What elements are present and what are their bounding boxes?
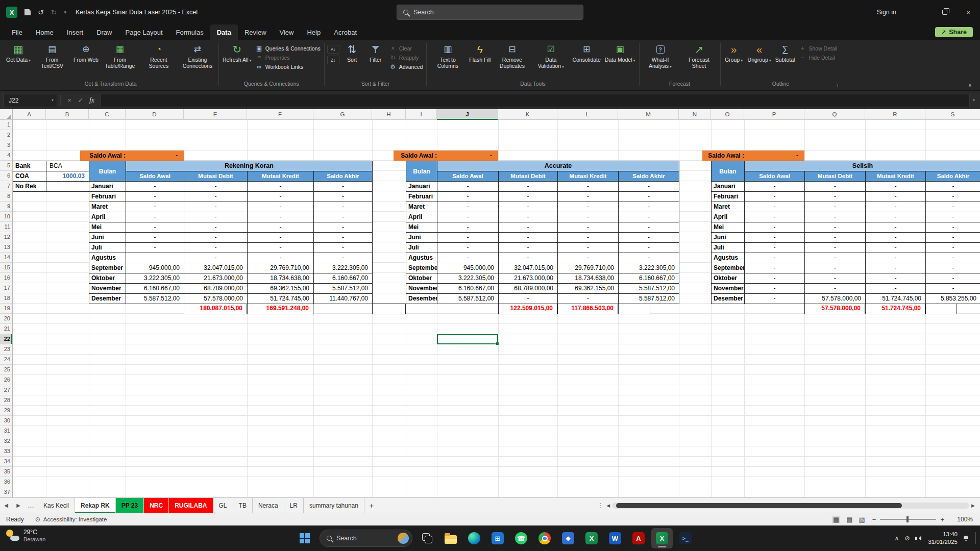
get-data-button[interactable]: ▦ Get Data▾ <box>4 42 33 63</box>
month-cell[interactable]: November <box>406 284 437 294</box>
bank-label-cell[interactable]: Bank <box>13 161 46 171</box>
row-header[interactable]: 7 <box>0 181 12 191</box>
cell-saldo-awal[interactable]: - <box>745 243 805 253</box>
month-cell[interactable]: Februari <box>406 192 437 202</box>
cell-saldo-akhir[interactable]: - <box>314 212 373 222</box>
cell-saldo-awal[interactable]: 5.587.512,00 <box>437 294 499 304</box>
cell-mutasi-debit[interactable]: - <box>499 253 558 263</box>
accessibility-status[interactable]: ⊙ Accessibility: Investigate <box>35 516 107 523</box>
row-header[interactable]: 4 <box>0 151 12 161</box>
zoom-in-button[interactable]: + <box>940 516 944 523</box>
flash-fill-button[interactable]: ϟ Flash Fill <box>467 42 493 63</box>
bulan-header-cell[interactable]: Bulan <box>89 161 126 182</box>
row-header[interactable]: 30 <box>0 416 12 426</box>
month-cell[interactable]: Maret <box>406 202 437 212</box>
sheet-tab[interactable]: Kas Kecil <box>38 498 75 513</box>
header-mutasi-kredit[interactable]: Mutasi Kredit <box>248 171 314 182</box>
cell-mutasi-kredit[interactable]: - <box>866 273 926 284</box>
sheet-tab[interactable]: summary tahunan <box>304 498 364 513</box>
cell-saldo-awal[interactable]: - <box>437 233 499 243</box>
cell-mutasi-debit[interactable]: - <box>184 253 248 263</box>
cell-mutasi-debit[interactable]: - <box>184 243 248 253</box>
cell-mutasi-debit[interactable]: - <box>499 182 558 192</box>
total-mutasi-kredit-selisih[interactable]: 51.724.745,00 <box>865 304 925 314</box>
ribbon-tab[interactable]: Formulas <box>169 24 210 40</box>
cell-saldo-akhir[interactable]: - <box>619 253 679 263</box>
view-page-layout-icon[interactable]: ▤ <box>846 516 852 523</box>
cell-mutasi-debit[interactable]: - <box>805 202 866 212</box>
row-header[interactable]: 27 <box>0 385 12 395</box>
cell-mutasi-debit[interactable]: - <box>184 212 248 222</box>
task-view-button[interactable] <box>416 528 438 548</box>
cell-saldo-akhir[interactable]: - <box>314 222 373 233</box>
cell-saldo-awal[interactable]: - <box>437 202 499 212</box>
cell-saldo-akhir[interactable]: 5.587.512,00 <box>314 284 373 294</box>
row-header[interactable]: 6 <box>0 171 12 181</box>
cell-mutasi-kredit[interactable]: 18.734.638,00 <box>558 273 619 284</box>
terminal-button[interactable]: >_ <box>675 528 696 548</box>
cell-mutasi-debit[interactable]: - <box>499 243 558 253</box>
cell-saldo-awal[interactable]: 3.222.305,00 <box>126 273 184 284</box>
ribbon-tab[interactable]: Acrobat <box>327 24 363 40</box>
existing-connections-button[interactable]: ⇄ Existing Connections <box>178 42 217 69</box>
header-saldo-akhir[interactable]: Saldo Akhir <box>314 171 373 182</box>
column-header[interactable]: M <box>618 109 679 120</box>
header-saldo-akhir[interactable]: Saldo Akhir <box>926 171 980 182</box>
month-cell[interactable]: Maret <box>89 202 126 212</box>
table-title-cell[interactable]: Accurate <box>437 161 679 171</box>
cell-saldo-akhir[interactable]: - <box>619 182 679 192</box>
group-button[interactable]: » Group▾ <box>722 42 746 63</box>
total-mutasi-debit-selisih[interactable]: 57.578.000,00 <box>804 304 865 314</box>
row-header[interactable]: 37 <box>0 487 12 497</box>
cell-saldo-awal[interactable]: - <box>745 294 805 304</box>
zoom-level[interactable]: 100% <box>948 516 973 523</box>
header-mutasi-kredit[interactable]: Mutasi Kredit <box>558 171 619 182</box>
cell-mutasi-debit[interactable]: - <box>805 284 866 294</box>
cell-saldo-awal[interactable]: - <box>745 202 805 212</box>
horizontal-scrollbar[interactable]: ◀ ▶ <box>606 498 975 513</box>
month-cell[interactable]: Desember <box>89 294 126 304</box>
month-cell[interactable]: November <box>712 284 745 294</box>
cell-saldo-awal[interactable]: - <box>126 222 184 233</box>
bulan-header-cell[interactable]: Bulan <box>406 161 437 182</box>
column-header[interactable]: R <box>865 109 925 120</box>
cell-mutasi-debit[interactable]: 57.578.000,00 <box>184 294 248 304</box>
cell-mutasi-debit[interactable]: - <box>499 212 558 222</box>
cancel-icon[interactable]: × <box>64 96 75 104</box>
row-header[interactable]: 23 <box>0 344 12 355</box>
cell-saldo-akhir[interactable]: - <box>314 243 373 253</box>
row-header[interactable]: 33 <box>0 446 12 457</box>
row-header[interactable]: 14 <box>0 253 12 263</box>
cell-mutasi-kredit[interactable]: 51.724.745,00 <box>866 294 926 304</box>
cell-mutasi-debit[interactable]: - <box>805 192 866 202</box>
close-button[interactable]: × <box>957 0 980 24</box>
ribbon-tab[interactable]: Help <box>300 24 327 40</box>
month-cell[interactable]: Desember <box>406 294 437 304</box>
ribbon-tab[interactable]: View <box>273 24 301 40</box>
cell-saldo-awal[interactable]: - <box>745 233 805 243</box>
header-mutasi-debit[interactable]: Mutasi Debit <box>184 171 248 182</box>
cell-mutasi-kredit[interactable]: - <box>558 192 619 202</box>
tab-bar-options-icon[interactable]: ⋮ <box>594 498 606 513</box>
cell-mutasi-debit[interactable]: - <box>805 182 866 192</box>
cell-saldo-akhir[interactable]: - <box>619 222 679 233</box>
row-header[interactable]: 11 <box>0 222 12 232</box>
month-cell[interactable]: Juni <box>89 233 126 243</box>
cell-saldo-akhir[interactable]: - <box>926 212 980 222</box>
header-mutasi-kredit[interactable]: Mutasi Kredit <box>866 171 926 182</box>
cell-saldo-akhir[interactable]: 3.222.305,00 <box>314 263 373 273</box>
cell-saldo-akhir[interactable]: - <box>314 253 373 263</box>
cell-mutasi-kredit[interactable]: - <box>558 212 619 222</box>
cell-mutasi-kredit[interactable]: - <box>248 182 314 192</box>
column-header[interactable]: D <box>126 109 184 120</box>
cell-mutasi-kredit[interactable]: - <box>558 233 619 243</box>
row-header[interactable]: 13 <box>0 242 12 253</box>
photos-button[interactable]: ◆ <box>557 528 579 548</box>
month-cell[interactable]: Oktober <box>712 273 745 284</box>
row-header[interactable]: 31 <box>0 426 12 436</box>
month-cell[interactable]: Juni <box>406 233 437 243</box>
consolidate-button[interactable]: ⊞ Consolidate <box>570 42 602 63</box>
sheet-nav-left-icon[interactable]: ◀ <box>0 498 12 513</box>
month-cell[interactable]: April <box>712 212 745 222</box>
taskbar-clock[interactable]: 13:40 31/01/2025 <box>928 531 958 546</box>
